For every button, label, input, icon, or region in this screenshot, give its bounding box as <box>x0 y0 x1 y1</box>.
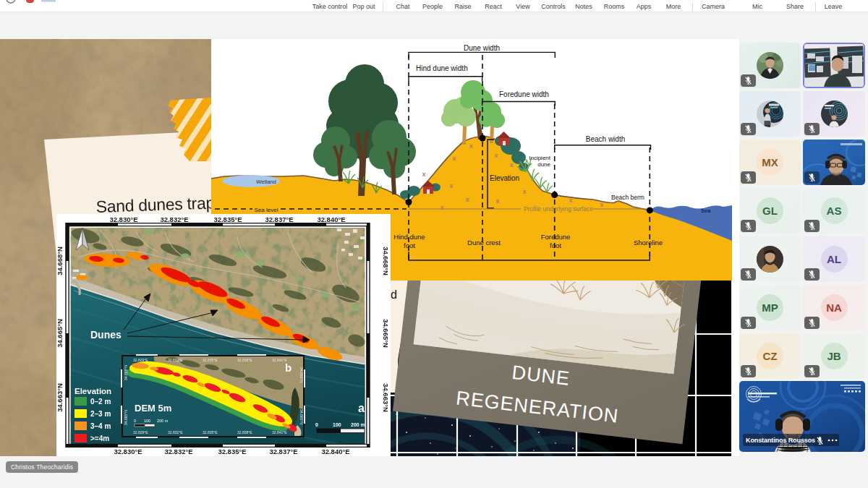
svg-text:Shoreline: Shoreline <box>634 239 663 247</box>
svg-text:Elevation: Elevation <box>75 387 111 395</box>
svg-text:Sea level: Sea level <box>255 207 278 213</box>
svg-text:d: d <box>391 288 397 301</box>
svg-text:100: 100 <box>333 422 341 427</box>
svg-text:32.840°E: 32.840°E <box>317 215 345 223</box>
svg-text:0: 0 <box>134 419 136 423</box>
svg-text:32.829°E: 32.829°E <box>133 358 148 362</box>
svg-text:32.838°E: 32.838°E <box>237 430 252 435</box>
svg-text:3–4 m: 3–4 m <box>90 422 111 430</box>
svg-text:34.665°N: 34.665°N <box>299 409 304 424</box>
svg-text:32.832°E: 32.832°E <box>164 448 192 455</box>
svg-text:x: x <box>449 182 453 189</box>
svg-text:Elevation: Elevation <box>490 174 519 182</box>
svg-text:100: 100 <box>144 419 150 423</box>
svg-text:>=4m: >=4m <box>90 435 109 442</box>
svg-text:32.832°E: 32.832°E <box>168 358 183 362</box>
svg-text:DEM 5m: DEM 5m <box>135 403 171 414</box>
svg-text:0: 0 <box>315 422 318 427</box>
svg-text:x: x <box>495 197 499 205</box>
svg-text:200 m: 200 m <box>351 422 365 427</box>
svg-text:32.832°E: 32.832°E <box>160 215 188 223</box>
svg-text:32.841°E: 32.841°E <box>272 430 287 435</box>
svg-text:x: x <box>452 155 456 162</box>
svg-text:34.665°N: 34.665°N <box>56 319 64 348</box>
svg-text:Sea: Sea <box>701 207 711 214</box>
svg-text:32.837°E: 32.837°E <box>269 448 297 455</box>
svg-text:Incipient: Incipient <box>529 155 551 161</box>
svg-text:32.830°E: 32.830°E <box>109 215 137 223</box>
svg-text:34.663°N: 34.663°N <box>56 383 64 412</box>
svg-text:Hind dune width: Hind dune width <box>416 64 468 72</box>
svg-text:2–3 m: 2–3 m <box>90 410 111 418</box>
svg-text:Dune width: Dune width <box>464 44 500 52</box>
svg-text:Dunes: Dunes <box>90 329 122 341</box>
svg-text:34.665°N: 34.665°N <box>382 319 390 348</box>
svg-text:Foredune: Foredune <box>541 233 571 241</box>
svg-text:Beach berm: Beach berm <box>611 194 644 201</box>
svg-text:Beach width: Beach width <box>586 135 625 143</box>
svg-text:Wetland: Wetland <box>256 179 276 185</box>
svg-text:34.668°N: 34.668°N <box>299 367 304 382</box>
svg-text:32.838°E: 32.838°E <box>237 358 252 362</box>
svg-text:x: x <box>569 197 572 204</box>
svg-text:x: x <box>465 196 469 203</box>
svg-text:32.829°E: 32.829°E <box>133 430 148 435</box>
svg-text:Konstantinos Roussos: Konstantinos Roussos <box>746 437 815 444</box>
svg-text:Dune crest: Dune crest <box>467 239 501 247</box>
svg-text:34.668°N: 34.668°N <box>382 247 390 275</box>
svg-text:32.835°E: 32.835°E <box>213 215 242 223</box>
svg-text:32.835°E: 32.835°E <box>203 430 218 435</box>
svg-text:34.668°N: 34.668°N <box>124 365 128 380</box>
svg-text:34.665°N: 34.665°N <box>124 410 128 425</box>
svg-text:dune: dune <box>537 161 550 168</box>
svg-text:x: x <box>494 152 498 159</box>
svg-text:32.832°E: 32.832°E <box>168 430 183 435</box>
svg-text:Profile underlying surface: Profile underlying surface <box>524 205 593 213</box>
svg-text:32.837°E: 32.837°E <box>265 215 293 223</box>
svg-text:Sand dunes trap s: Sand dunes trap s <box>95 193 211 216</box>
svg-text:foot: foot <box>550 241 561 249</box>
svg-text:foot: foot <box>404 241 415 249</box>
svg-text:x: x <box>509 161 513 168</box>
svg-text:x: x <box>440 204 443 211</box>
svg-text:32.835°E: 32.835°E <box>203 358 218 362</box>
svg-text:x: x <box>600 201 603 208</box>
svg-text:34.663°N: 34.663°N <box>382 383 390 412</box>
svg-text:x: x <box>469 142 472 150</box>
svg-text:b: b <box>285 361 292 374</box>
svg-text:34.668°N: 34.668°N <box>56 247 64 275</box>
svg-text:32.841°E: 32.841°E <box>272 358 287 362</box>
svg-text:32.830°E: 32.830°E <box>114 448 142 455</box>
svg-text:x: x <box>422 171 425 178</box>
svg-text:32.835°E: 32.835°E <box>218 448 246 455</box>
svg-text:Foredune width: Foredune width <box>499 90 549 98</box>
svg-text:Hind dune: Hind dune <box>393 233 425 241</box>
svg-text:a: a <box>358 402 365 414</box>
svg-text:32.840°E: 32.840°E <box>321 448 349 455</box>
svg-text:x: x <box>522 188 526 195</box>
svg-text:0–2 m: 0–2 m <box>90 398 111 406</box>
svg-text:200 m: 200 m <box>157 419 169 423</box>
